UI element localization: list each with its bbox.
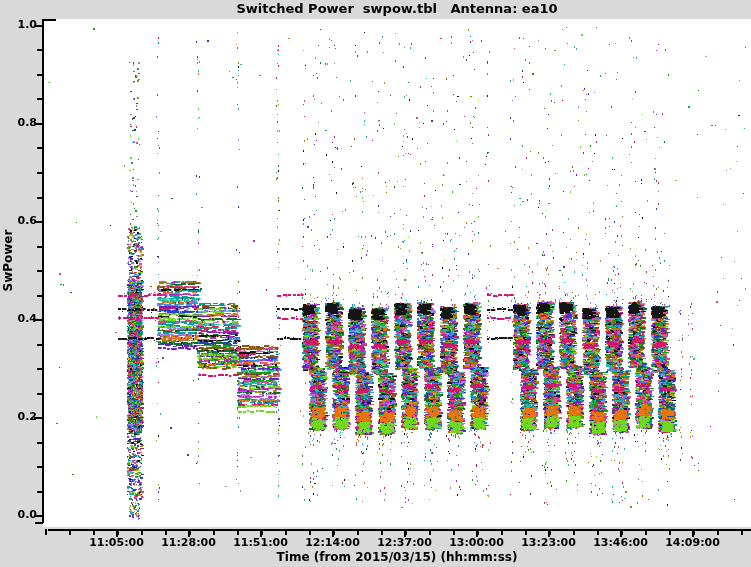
- x-tick-label: 11:05:00: [89, 536, 144, 549]
- y-tick-label: 0.0: [4, 508, 37, 521]
- y-tick-label: 0.2: [4, 410, 37, 423]
- y-tick-label: 0.6: [4, 214, 37, 227]
- plot-canvas: [0, 0, 751, 567]
- x-tick-label: 13:23:00: [521, 536, 576, 549]
- x-tick-label: 12:14:00: [305, 536, 360, 549]
- x-tick-label: 11:51:00: [233, 536, 288, 549]
- y-tick-label: 1.0: [4, 18, 37, 31]
- plot-title: Switched Power swpow.tbl Antenna: ea10: [43, 1, 751, 16]
- y-tick-label: 0.4: [4, 312, 37, 325]
- y-tick-label: 0.8: [4, 116, 37, 129]
- x-tick-label: 13:00:00: [449, 536, 504, 549]
- x-tick-label: 12:37:00: [377, 536, 432, 549]
- x-tick-label: 13:46:00: [593, 536, 648, 549]
- app-window: Switched Power swpow.tbl Antenna: ea10 S…: [0, 0, 751, 567]
- y-axis-title: SwPower: [1, 234, 16, 292]
- x-tick-label: 14:09:00: [665, 536, 720, 549]
- x-tick-label: 11:28:00: [161, 536, 216, 549]
- x-axis-title: Time (from 2015/03/15) (hh:mm:ss): [43, 550, 751, 564]
